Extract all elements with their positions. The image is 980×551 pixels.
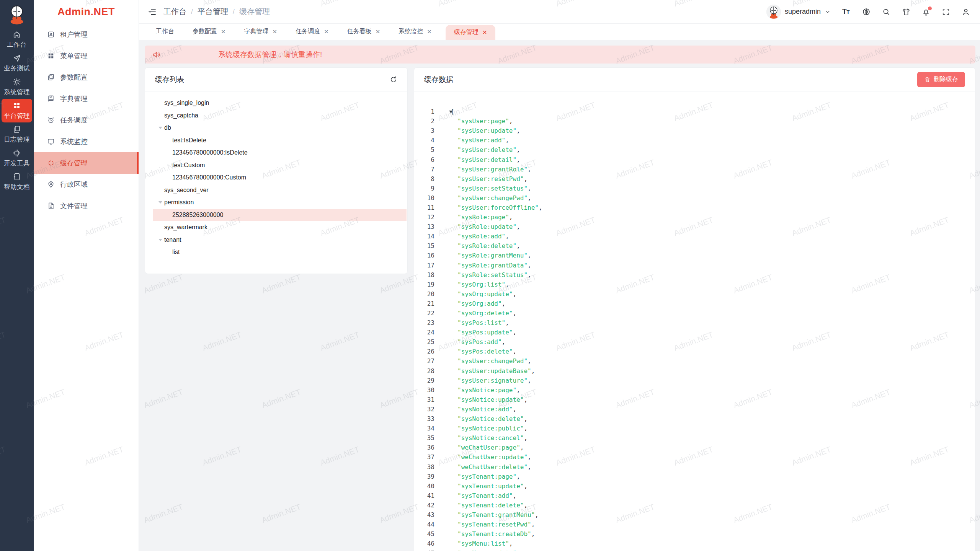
code-line-number: 2 (414, 117, 434, 125)
cache-tree-node[interactable]: list (153, 246, 407, 259)
secondary-sidebar-item[interactable]: 行政区域 (34, 174, 139, 195)
breadcrumb-item[interactable]: 平台管理 (198, 7, 228, 17)
code-line: 5 "sysUser:delete", (414, 145, 975, 155)
app-logo-avatar[interactable] (6, 4, 28, 25)
code-line: 42 "sysTenant:delete", (414, 500, 975, 510)
code-line-content: "sysUser:signature", (434, 377, 531, 384)
secondary-sidebar-item[interactable]: 缓存管理 (34, 152, 139, 174)
code-line-content: "sysTenant:createDb", (434, 530, 535, 538)
theme-icon[interactable] (902, 8, 910, 16)
cache-tree-node-label: 123456780000000:IsDelete (172, 149, 248, 156)
code-line-content: "sysUser:update", (434, 127, 520, 134)
code-line-content: "sysTenant:add", (434, 492, 516, 499)
cache-tree-node[interactable]: tenant (153, 234, 407, 246)
code-line-number: 38 (414, 463, 434, 471)
secondary-sidebar-item[interactable]: 字典管理 (34, 88, 139, 109)
code-line-number: 20 (414, 290, 434, 298)
tree-caret-icon[interactable] (158, 127, 164, 129)
tab[interactable]: 缓存管理 ✕ (446, 25, 496, 40)
notification-badge-dot (928, 7, 932, 10)
code-line: 10 "sysUser:changePwd", (414, 193, 975, 203)
secondary-sidebar-item[interactable]: 租户管理 (34, 24, 139, 45)
tab-close-icon[interactable]: ✕ (273, 29, 278, 34)
cache-tree-node[interactable]: 123456780000000:Custom (153, 171, 407, 184)
code-line-content: "sysRole:add", (434, 233, 509, 240)
code-line-number: 44 (414, 521, 434, 528)
cache-data-panel-header: 缓存数据 删除缓存 (414, 68, 975, 91)
delete-cache-button[interactable]: 删除缓存 (917, 72, 965, 87)
primary-sidebar-item[interactable]: 工作台 (2, 28, 32, 51)
menu-fold-icon[interactable] (147, 7, 157, 16)
code-line-content: "sysNotice:delete", (434, 415, 528, 422)
cache-tree-node[interactable]: permission (153, 196, 407, 209)
code-line-content: "sysRole:grantData", (434, 262, 531, 269)
primary-sidebar-item[interactable]: 日志管理 (2, 122, 32, 146)
user-menu[interactable]: superadmin (766, 5, 831, 19)
app: { "brand": { "name": "Admin.NET", "accen… (0, 0, 980, 551)
tree-caret-icon[interactable] (158, 239, 164, 241)
code-line: 20 "sysOrg:update", (414, 289, 975, 299)
tab[interactable]: 任务看板 ✕ (343, 23, 385, 40)
code-line: 8 "sysUser:resetPwd", (414, 174, 975, 184)
cache-tree-node[interactable]: test:Custom (153, 159, 407, 172)
code-line-content: "sysNotice:cancel", (434, 434, 528, 442)
code-line-content: "sysTenant:page", (434, 473, 520, 480)
cache-tree-node[interactable]: sys_captcha (153, 109, 407, 122)
language-icon[interactable] (862, 8, 871, 16)
code-line-content: "sysUser:add", (434, 137, 509, 144)
code-line-number: 16 (414, 252, 434, 259)
cache-tree-node[interactable]: 252885263000000 (153, 209, 407, 222)
tab[interactable]: 参数配置 ✕ (188, 23, 230, 40)
tab[interactable]: 字典管理 ✕ (240, 23, 282, 40)
tab-close-icon[interactable]: ✕ (427, 29, 432, 34)
tab[interactable]: 任务调度 ✕ (291, 23, 333, 40)
primary-sidebar-item[interactable]: 系统管理 (2, 75, 32, 99)
code-line: 34 "sysNotice:public", (414, 424, 975, 433)
tab-close-icon[interactable]: ✕ (482, 29, 487, 35)
primary-sidebar-item[interactable]: 开发工具 (2, 146, 32, 170)
send-icon (13, 54, 21, 62)
fullscreen-icon[interactable] (942, 8, 950, 16)
cache-tree-node[interactable]: sys_single_login (153, 97, 407, 109)
user-avatar (766, 5, 781, 19)
code-line-content: "sysTenant:update", (434, 483, 528, 490)
primary-sidebar-item[interactable]: 业务测试 (2, 51, 32, 75)
tab-close-icon[interactable]: ✕ (221, 29, 226, 34)
cache-tree-node[interactable]: sys_wartermark (153, 221, 407, 234)
primary-sidebar-item[interactable]: 帮助文档 (2, 170, 32, 194)
refresh-icon[interactable] (390, 76, 397, 83)
code-line-content: "sysNotice:public", (434, 425, 528, 432)
tab[interactable]: 工作台 (151, 23, 179, 40)
breadcrumb-item[interactable]: 工作台 (163, 7, 186, 17)
secondary-sidebar-item[interactable]: 任务调度 (34, 109, 139, 131)
tab-close-icon[interactable]: ✕ (324, 29, 329, 34)
primary-sidebar-item[interactable]: 平台管理 (2, 99, 32, 122)
code-line: 36 "weChatUser:page", (414, 443, 975, 452)
secondary-sidebar-item[interactable]: 菜单管理 (34, 45, 139, 67)
code-line: 15 "sysRole:delete", (414, 241, 975, 251)
code-line: 14 "sysRole:add", (414, 231, 975, 241)
tab[interactable]: 系统监控 ✕ (394, 23, 436, 40)
tab-close-icon[interactable]: ✕ (376, 29, 381, 34)
cache-tree-node-label: list (172, 249, 180, 256)
cache-tree-node-label: sys_single_login (164, 99, 209, 106)
code-line-number: 18 (414, 271, 434, 279)
cache-tree-node[interactable]: sys_second_ver (153, 184, 407, 197)
tree-caret-icon[interactable] (158, 201, 164, 204)
code-line-content: "sysPos:add", (434, 338, 505, 346)
secondary-sidebar-item[interactable]: 文件管理 (34, 195, 139, 217)
code-line-number: 35 (414, 434, 434, 442)
user-icon[interactable] (962, 8, 970, 16)
secondary-sidebar-item-label: 参数配置 (60, 73, 88, 82)
cache-tree-node[interactable]: 123456780000000:IsDelete (153, 147, 407, 159)
collapse-caret-icon[interactable] (449, 111, 453, 113)
secondary-sidebar-item[interactable]: 参数配置 (34, 67, 139, 88)
search-icon[interactable] (882, 8, 890, 16)
font-size-icon[interactable]: TT (842, 8, 851, 16)
alert-text: 系统缓存数据管理，请慎重操作! (218, 50, 322, 60)
code-line: 30 "sysNotice:page", (414, 385, 975, 395)
cache-tree-node[interactable]: db (153, 122, 407, 134)
notification-icon[interactable] (922, 8, 930, 16)
cache-tree-node[interactable]: test:IsDelete (153, 134, 407, 147)
secondary-sidebar-item[interactable]: 系统监控 (34, 131, 139, 152)
